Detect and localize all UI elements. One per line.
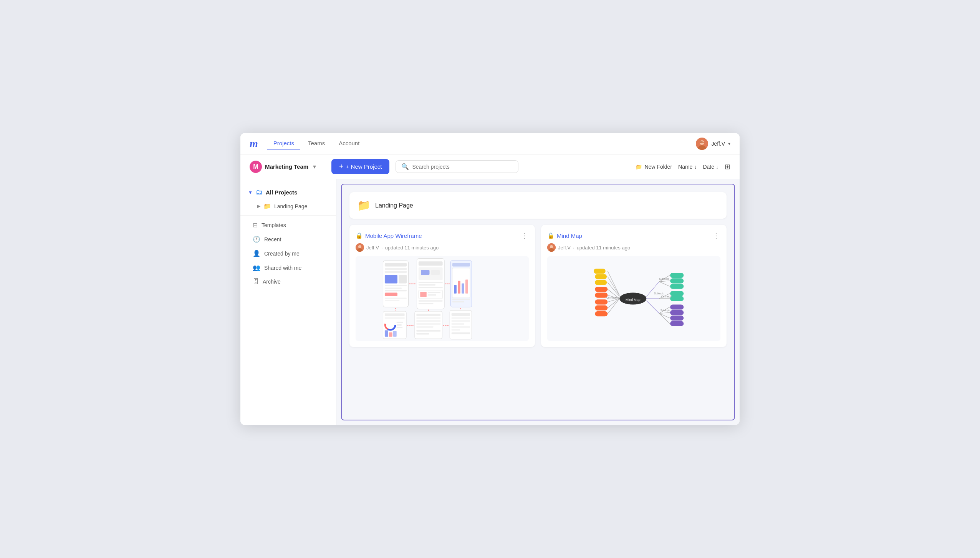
- svg-rect-14: [385, 287, 402, 289]
- svg-rect-84: [595, 293, 608, 298]
- project-author-avatar: [356, 243, 364, 252]
- svg-rect-104: [670, 284, 684, 289]
- svg-rect-90: [595, 311, 608, 316]
- project-separator-mindmap: ·: [573, 245, 574, 251]
- more-options-icon-mindmap[interactable]: ⋮: [712, 231, 720, 240]
- sidebar-all-projects[interactable]: ▼ 🗂 All Projects: [240, 185, 336, 199]
- sidebar-item-shared-with-me[interactable]: 👥 Shared with me: [240, 261, 336, 275]
- svg-rect-31: [419, 300, 443, 301]
- svg-rect-18: [385, 300, 400, 301]
- svg-rect-17: [385, 298, 407, 299]
- toolbar: M Marketing Team ▾ + + New Project 🔍 📁 N…: [240, 154, 740, 179]
- project-title-wireframe: Mobile App Wireframe: [365, 232, 422, 239]
- project-card-wireframe[interactable]: 🔒 Mobile App Wireframe ⋮: [349, 225, 535, 347]
- team-selector[interactable]: M Marketing Team ▾: [250, 161, 319, 173]
- project-card-mindmap[interactable]: 🔒 Mind Map ⋮ Jeff.V: [541, 225, 727, 347]
- sort-date-label: Date: [703, 164, 714, 170]
- new-folder-button[interactable]: 📁 New Folder: [636, 164, 672, 170]
- svg-rect-102: [670, 278, 684, 283]
- sidebar-item-archive[interactable]: 🗄 Archive: [240, 275, 336, 289]
- project-separator: ·: [381, 245, 383, 251]
- svg-rect-51: [397, 327, 402, 328]
- svg-rect-32: [419, 303, 434, 304]
- new-project-label: + New Project: [346, 163, 382, 170]
- svg-rect-69: [452, 329, 460, 330]
- tab-teams[interactable]: Teams: [302, 138, 331, 149]
- project-card-header: 🔒 Mobile App Wireframe ⋮: [356, 231, 529, 240]
- svg-rect-94: [595, 274, 607, 279]
- svg-rect-82: [595, 287, 608, 292]
- svg-rect-20: [419, 261, 443, 266]
- lock-icon: 🔒: [356, 232, 363, 239]
- svg-rect-59: [416, 323, 440, 325]
- sort-name-arrow: ↓: [694, 164, 697, 170]
- sidebar-item-recent[interactable]: 🕐 Recent: [240, 232, 336, 246]
- svg-rect-111: [670, 296, 684, 301]
- svg-line-103: [659, 282, 670, 286]
- sort-name-button[interactable]: Name ↓: [678, 164, 697, 170]
- sidebar-item-created-by-me[interactable]: 👤 Created by me: [240, 246, 336, 261]
- svg-rect-96: [594, 269, 606, 274]
- project-author: Jeff.V: [366, 245, 379, 251]
- tab-account[interactable]: Account: [333, 138, 366, 149]
- folder-card-icon: 📁: [357, 199, 371, 212]
- projects-area: 📁 Landing Page 🔒 Mobile App Wireframe ⋮: [341, 184, 735, 420]
- svg-line-91: [608, 282, 619, 296]
- team-name: Marketing Team: [265, 163, 308, 170]
- project-author-avatar-mindmap: [547, 243, 556, 252]
- folder-add-icon: 📁: [636, 164, 642, 170]
- svg-rect-23: [431, 270, 440, 275]
- project-title-row: 🔒 Mobile App Wireframe: [356, 232, 422, 239]
- svg-rect-13: [385, 285, 407, 286]
- svg-rect-56: [416, 314, 440, 316]
- sidebar: ▼ 🗂 All Projects ▶ 📁 Landing Page ⊟ Temp…: [240, 179, 336, 425]
- folder-icon: 🗂: [256, 188, 263, 196]
- project-preview-mindmap: Mind Map: [547, 256, 720, 341]
- svg-text:Connection: Connection: [606, 296, 619, 299]
- user-menu[interactable]: Jeff.V ▾: [696, 138, 730, 150]
- svg-rect-40: [452, 299, 470, 300]
- svg-rect-38: [462, 283, 464, 293]
- svg-rect-62: [416, 333, 429, 334]
- folder-card[interactable]: 📁 Landing Page: [349, 192, 727, 219]
- templates-icon: ⊟: [253, 221, 258, 229]
- svg-rect-61: [416, 330, 440, 331]
- sidebar-item-templates[interactable]: ⊟ Templates: [240, 218, 336, 232]
- svg-rect-57: [416, 317, 440, 319]
- user-name: Jeff.V: [711, 141, 725, 147]
- svg-rect-10: [385, 271, 407, 273]
- sidebar-item-landing-page[interactable]: ▶ 📁 Landing Page: [240, 199, 336, 213]
- svg-rect-28: [420, 292, 427, 297]
- svg-rect-88: [595, 306, 608, 311]
- svg-rect-120: [670, 321, 684, 326]
- all-projects-label: All Projects: [266, 189, 298, 196]
- lock-icon-mindmap: 🔒: [547, 232, 555, 239]
- more-options-icon[interactable]: ⋮: [521, 231, 529, 240]
- team-chevron-icon: ▾: [313, 163, 316, 170]
- project-meta-wireframe: Jeff.V · updated 11 minutes ago: [356, 243, 529, 252]
- svg-rect-50: [397, 324, 402, 326]
- top-nav: m Projects Teams Account Jeff.V ▾: [240, 133, 740, 154]
- project-updated: updated 11 minutes ago: [385, 245, 439, 251]
- svg-line-112: [647, 301, 659, 314]
- svg-rect-60: [416, 326, 433, 328]
- project-meta-mindmap: Jeff.V · updated 11 minutes ago: [547, 243, 720, 252]
- project-title-mindmap: Mind Map: [557, 232, 582, 239]
- svg-rect-114: [670, 304, 684, 309]
- svg-rect-70: [452, 332, 470, 334]
- svg-rect-41: [452, 301, 464, 302]
- svg-rect-54: [393, 331, 397, 337]
- svg-text:Subtopic: Subtopic: [654, 292, 664, 295]
- sort-date-button[interactable]: Date ↓: [703, 164, 718, 170]
- svg-rect-67: [452, 323, 464, 325]
- team-icon: M: [250, 161, 262, 173]
- search-input[interactable]: [412, 164, 513, 170]
- toolbar-divider: [325, 161, 325, 173]
- grid-view-icon[interactable]: ⊞: [725, 163, 730, 171]
- tab-projects[interactable]: Projects: [267, 138, 300, 149]
- svg-point-77: [550, 245, 553, 248]
- recent-icon: 🕐: [253, 236, 260, 243]
- new-project-button[interactable]: + + New Project: [331, 159, 389, 174]
- svg-rect-39: [465, 280, 468, 294]
- sidebar-recent-label: Recent: [264, 236, 281, 242]
